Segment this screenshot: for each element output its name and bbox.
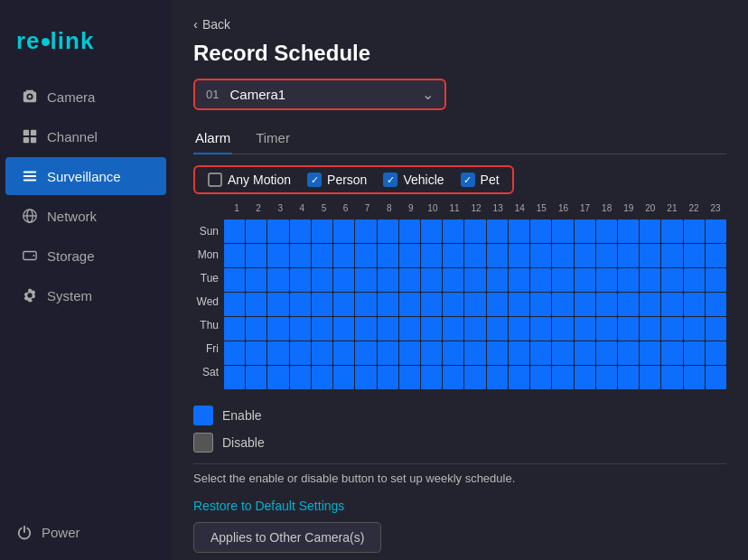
cell-wed-20[interactable]	[640, 293, 660, 316]
cell-sat-14[interactable]	[509, 366, 529, 389]
cell-mon-17[interactable]	[575, 244, 595, 267]
cell-sun-18[interactable]	[596, 219, 617, 243]
cell-thu-17[interactable]	[575, 317, 595, 341]
cell-fri-6[interactable]	[333, 341, 354, 365]
cell-thu-2[interactable]	[246, 317, 266, 341]
cell-fri-17[interactable]	[575, 341, 595, 365]
cell-wed-21[interactable]	[661, 293, 682, 316]
cell-sat-4[interactable]	[290, 366, 311, 389]
checkbox-pet[interactable]	[461, 173, 475, 187]
cell-tue-20[interactable]	[640, 268, 660, 292]
cell-sat-23[interactable]	[706, 366, 726, 389]
cell-wed-7[interactable]	[355, 293, 376, 316]
cell-tue-8[interactable]	[378, 268, 398, 292]
cell-sat-9[interactable]	[399, 366, 420, 389]
cell-sun-10[interactable]	[421, 219, 442, 243]
cell-fri-1[interactable]	[224, 341, 245, 365]
cell-mon-20[interactable]	[640, 244, 660, 267]
tab-timer[interactable]: Timer	[254, 125, 292, 154]
cell-mon-14[interactable]	[509, 244, 529, 267]
cell-sat-5[interactable]	[312, 366, 332, 389]
cell-sun-8[interactable]	[378, 219, 398, 243]
grid-row-sun[interactable]	[224, 219, 726, 243]
cell-thu-21[interactable]	[661, 317, 682, 341]
cell-fri-21[interactable]	[661, 341, 682, 365]
cell-sun-19[interactable]	[618, 219, 639, 243]
cell-mon-6[interactable]	[333, 244, 354, 267]
cell-wed-12[interactable]	[464, 293, 485, 316]
cell-fri-8[interactable]	[378, 341, 398, 365]
cell-mon-8[interactable]	[378, 244, 398, 267]
sidebar-item-camera[interactable]: Camera	[5, 78, 166, 116]
cell-tue-6[interactable]	[333, 268, 354, 292]
cell-sat-15[interactable]	[530, 366, 551, 389]
checkbox-vehicle[interactable]	[383, 173, 397, 187]
cell-tue-15[interactable]	[530, 268, 551, 292]
cell-thu-15[interactable]	[530, 317, 551, 341]
cell-wed-5[interactable]	[312, 293, 332, 316]
cell-wed-4[interactable]	[290, 293, 311, 316]
cell-sun-17[interactable]	[575, 219, 595, 243]
tab-alarm[interactable]: Alarm	[193, 125, 232, 154]
cell-fri-11[interactable]	[443, 341, 463, 365]
cell-sun-6[interactable]	[333, 219, 354, 243]
cell-wed-13[interactable]	[487, 293, 508, 316]
cell-mon-11[interactable]	[443, 244, 463, 267]
cell-wed-6[interactable]	[333, 293, 354, 316]
cell-tue-4[interactable]	[290, 268, 311, 292]
cell-mon-19[interactable]	[618, 244, 639, 267]
cell-wed-16[interactable]	[552, 293, 573, 316]
cell-mon-10[interactable]	[421, 244, 442, 267]
apply-button[interactable]: Applies to Other Camera(s)	[193, 522, 381, 553]
cell-fri-7[interactable]	[355, 341, 376, 365]
sidebar-item-power[interactable]: Power	[0, 513, 172, 551]
cell-mon-15[interactable]	[530, 244, 551, 267]
grid-row-wed[interactable]	[224, 293, 726, 316]
cell-sat-7[interactable]	[355, 366, 376, 389]
camera-selector[interactable]: 01 Camera1 ⌄	[193, 79, 446, 110]
cell-sun-15[interactable]	[530, 219, 551, 243]
cell-sat-21[interactable]	[661, 366, 682, 389]
cell-wed-19[interactable]	[618, 293, 639, 316]
cell-thu-9[interactable]	[399, 317, 420, 341]
cell-tue-11[interactable]	[443, 268, 463, 292]
cell-wed-17[interactable]	[575, 293, 595, 316]
cell-sat-10[interactable]	[421, 366, 442, 389]
cell-thu-13[interactable]	[487, 317, 508, 341]
cell-thu-1[interactable]	[224, 317, 245, 341]
cell-sun-16[interactable]	[552, 219, 573, 243]
grid-row-mon[interactable]	[224, 244, 726, 267]
grid-row-fri[interactable]	[224, 341, 726, 365]
cell-thu-20[interactable]	[640, 317, 660, 341]
cell-thu-3[interactable]	[267, 317, 288, 341]
grid-row-tue[interactable]	[224, 268, 726, 292]
checkbox-any-motion[interactable]	[208, 173, 222, 187]
cell-thu-16[interactable]	[552, 317, 573, 341]
cell-thu-22[interactable]	[684, 317, 705, 341]
cell-thu-14[interactable]	[509, 317, 529, 341]
cell-wed-3[interactable]	[267, 293, 288, 316]
cell-mon-12[interactable]	[464, 244, 485, 267]
cell-sun-11[interactable]	[443, 219, 463, 243]
cell-tue-2[interactable]	[246, 268, 266, 292]
cell-fri-18[interactable]	[596, 341, 617, 365]
cell-tue-22[interactable]	[684, 268, 705, 292]
grid-row-sat[interactable]	[224, 366, 726, 389]
cell-sat-19[interactable]	[618, 366, 639, 389]
cell-sat-16[interactable]	[552, 366, 573, 389]
cell-sat-20[interactable]	[640, 366, 660, 389]
cell-thu-23[interactable]	[706, 317, 726, 341]
cell-sun-7[interactable]	[355, 219, 376, 243]
cell-mon-18[interactable]	[596, 244, 617, 267]
cell-sat-1[interactable]	[224, 366, 245, 389]
cell-fri-22[interactable]	[684, 341, 705, 365]
cell-sat-13[interactable]	[487, 366, 508, 389]
cell-tue-21[interactable]	[661, 268, 682, 292]
cell-fri-3[interactable]	[267, 341, 288, 365]
cell-fri-10[interactable]	[421, 341, 442, 365]
filter-pet[interactable]: Pet	[461, 173, 500, 187]
cell-sat-22[interactable]	[684, 366, 705, 389]
checkbox-person[interactable]	[307, 173, 322, 187]
cell-mon-2[interactable]	[246, 244, 266, 267]
cell-sun-21[interactable]	[661, 219, 682, 243]
